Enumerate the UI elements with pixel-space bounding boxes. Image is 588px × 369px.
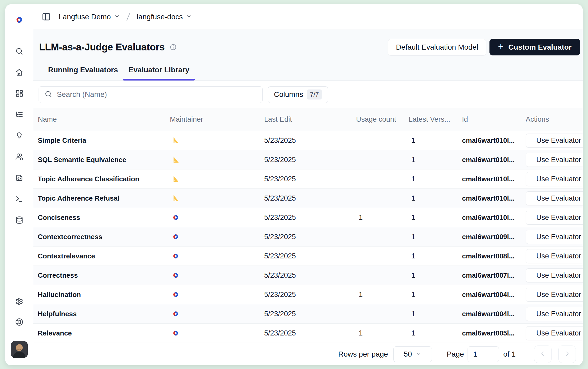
evaluator-id: cmal6wart005l... [462,329,526,337]
gear-icon [15,297,23,306]
lightbulb-icon [15,132,23,140]
evaluator-id: cmal6wart009l... [462,233,526,241]
actions-cell: Use Evaluator [526,172,583,186]
sidebar-item-users[interactable] [15,153,24,161]
breadcrumb-separator [125,12,132,22]
maintainer-cell [170,194,264,202]
latest-version: 1 [409,194,462,202]
langfuse-maintainer-icon [171,310,180,318]
maintainer-cell [170,214,264,221]
use-evaluator-button[interactable]: Use Evaluator [526,230,583,244]
table-row[interactable]: Topic Adherence Refusal 5/23/2025 1 cmal… [33,189,583,208]
previous-page-button[interactable] [534,346,552,363]
latest-version: 1 [409,329,462,337]
tab-evaluator-library[interactable]: Evaluator Library [123,66,194,81]
sidebar-item-tracing[interactable] [15,111,24,119]
pagination-bar: Rows per page 50 Page of 1 [33,343,583,365]
toggle-sidebar-button[interactable] [42,12,51,22]
use-evaluator-button[interactable]: Use Evaluator [526,326,583,340]
table-row[interactable]: Helpfulness 5/23/2025 1 cmal6wart004l...… [33,304,583,324]
project-selector[interactable]: langfuse-docs [137,13,192,21]
use-evaluator-button[interactable]: Use Evaluator [526,172,583,186]
use-evaluator-button[interactable]: Use Evaluator [526,268,583,282]
org-name: Langfuse Demo [59,13,111,21]
panel-left-icon [42,12,51,22]
use-evaluator-button[interactable]: Use Evaluator [526,307,583,321]
evaluator-id: cmal6wart010l... [462,156,526,164]
column-header-usage-count: Usage count [356,115,409,124]
table-row[interactable]: Simple Criteria 5/23/2025 1 cmal6wart010… [33,131,583,150]
table-row[interactable]: Contextrelevance 5/23/2025 1 cmal6wart00… [33,247,583,266]
use-evaluator-button[interactable]: Use Evaluator [526,134,583,148]
use-evaluator-button[interactable]: Use Evaluator [526,191,583,205]
sidebar-item-home[interactable] [15,69,24,77]
list-tree-icon [15,111,23,119]
next-page-button[interactable] [558,346,576,363]
home-icon [15,68,23,77]
maintainer-cell [170,310,264,318]
search-input[interactable] [57,90,262,99]
rows-per-page-select[interactable]: 50 [393,346,432,362]
page-total-label: of 1 [503,350,516,358]
chevron-down-icon [186,13,192,21]
langfuse-maintainer-icon [171,329,180,337]
use-evaluator-button[interactable]: Use Evaluator [526,211,583,225]
life-buoy-icon [15,318,23,327]
custom-evaluator-label: Custom Evaluator [508,43,572,51]
use-evaluator-button[interactable]: Use Evaluator [526,288,583,302]
maintainer-cell [170,329,264,337]
langfuse-maintainer-icon [171,291,180,299]
columns-button[interactable]: Columns 7/7 [268,86,328,103]
sidebar-item-search[interactable] [15,48,24,55]
latest-version: 1 [409,271,462,280]
last-edit: 5/23/2025 [264,329,356,337]
sidebar-item-dashboards[interactable] [15,90,24,98]
use-evaluator-button[interactable]: Use Evaluator [526,249,583,263]
tab-running-evaluators[interactable]: Running Evaluators [43,66,123,81]
sidebar-item-settings[interactable] [15,298,24,306]
sidebar-item-prompts[interactable] [15,132,24,140]
default-evaluation-model-button[interactable]: Default Evaluation Model [388,39,486,55]
rows-per-page-value: 50 [404,350,412,358]
use-evaluator-button[interactable]: Use Evaluator [526,153,583,167]
langfuse-maintainer-icon [171,271,180,279]
app-window: Langfuse Demo langfuse-docs LLM-as-a-Jud… [5,4,583,365]
sidebar-item-database[interactable] [15,216,24,224]
page-header: LLM-as-a-Judge Evaluators Default Evalua… [33,30,583,81]
evaluator-id: cmal6wart008l... [462,252,526,260]
rows-per-page-label: Rows per page [338,350,388,358]
table-row[interactable]: Hallucination 5/23/2025 1 1 cmal6wart004… [33,285,583,304]
langfuse-logo [14,15,24,24]
table-row[interactable]: Topic Adherence Classification 5/23/2025… [33,169,583,189]
table-row[interactable]: SQL Semantic Equivalence 5/23/2025 1 cma… [33,150,583,169]
latest-version: 1 [409,252,462,260]
chevron-down-icon [416,350,421,358]
sidebar-item-datasets[interactable] [15,174,24,182]
info-icon[interactable] [170,44,177,51]
latest-version: 1 [409,156,462,164]
table-row[interactable]: Relevance 5/23/2025 1 1 cmal6wart005l...… [33,324,583,343]
custom-evaluator-button[interactable]: + Custom Evaluator [489,39,580,55]
user-avatar[interactable] [11,341,28,358]
actions-cell: Use Evaluator [526,288,583,302]
page-number-input[interactable] [468,346,499,362]
sidebar [5,4,33,365]
maintainer-cell [170,291,264,299]
org-selector[interactable]: Langfuse Demo [59,13,120,21]
last-edit: 5/23/2025 [264,271,356,280]
table-row[interactable]: Conciseness 5/23/2025 1 1 cmal6wart010l.… [33,208,583,227]
column-header-id: Id [462,115,526,124]
maintainer-cell [170,233,264,241]
column-header-latest-version: Latest Vers... [409,115,462,124]
chevron-left-icon [539,350,546,358]
columns-label: Columns [274,90,303,99]
actions-cell: Use Evaluator [526,134,583,148]
sidebar-item-playground[interactable] [15,195,24,203]
table-row[interactable]: Correctness 5/23/2025 1 cmal6wart007l...… [33,266,583,285]
dashboard-grid-icon [15,89,23,98]
actions-cell: Use Evaluator [526,268,583,282]
table-row[interactable]: Contextcorrectness 5/23/2025 1 cmal6wart… [33,227,583,247]
actions-cell: Use Evaluator [526,153,583,167]
latest-version: 1 [409,233,462,241]
sidebar-item-support[interactable] [15,318,24,326]
